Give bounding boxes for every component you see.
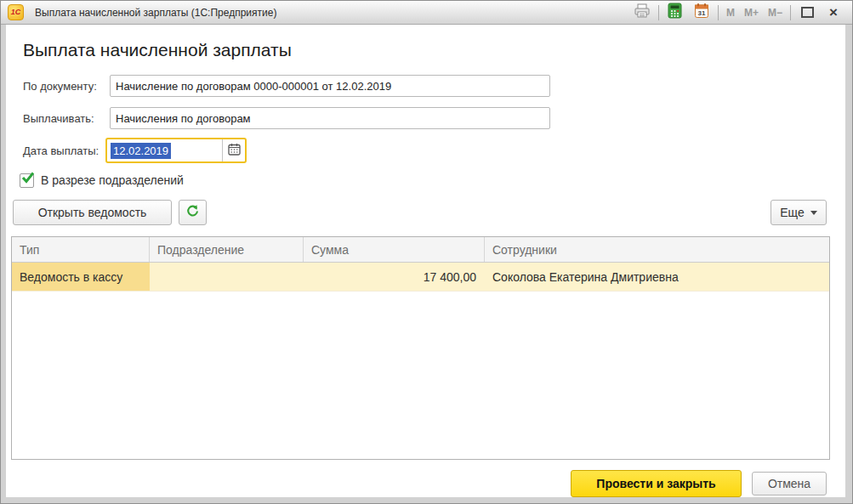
cell-type[interactable]: Ведомость в кассу xyxy=(12,263,150,291)
form-body: Выплата начисленной зарплаты По документ… xyxy=(6,25,845,497)
maximize-icon xyxy=(801,7,814,18)
refresh-button[interactable] xyxy=(179,200,207,225)
more-button-label: Еще xyxy=(780,206,805,219)
close-icon: × xyxy=(829,5,838,20)
print-button[interactable] xyxy=(632,3,652,22)
window-title: Выплата начисленной зарплаты (1С:Предпри… xyxy=(35,7,276,19)
departments-checkbox-label: В разрезе подразделений xyxy=(41,173,184,187)
column-header-type[interactable]: Тип xyxy=(12,237,150,262)
document-row: По документу: xyxy=(6,75,845,97)
date-label: Дата выплаты: xyxy=(23,144,99,157)
memory-plus-button[interactable]: M+ xyxy=(742,7,760,19)
document-input[interactable] xyxy=(110,75,550,97)
date-input[interactable]: 12.02.2019 xyxy=(105,138,247,163)
pay-input[interactable] xyxy=(110,107,550,129)
pay-row: Выплачивать: xyxy=(6,107,845,129)
calendar-icon xyxy=(228,143,241,159)
title-bar: 1С Выплата начисленной зарплаты (1С:Пред… xyxy=(1,1,852,25)
footer-actions: Провести и закрыть Отмена xyxy=(6,470,845,497)
cell-department[interactable] xyxy=(150,263,304,291)
open-sheet-button[interactable]: Открыть ведомость xyxy=(13,200,172,225)
close-button[interactable]: × xyxy=(823,3,844,22)
table-row[interactable]: Ведомость в кассу 17 400,00 Соколова Ека… xyxy=(12,263,829,292)
svg-text:31: 31 xyxy=(698,9,706,17)
checkmark-icon xyxy=(20,171,37,185)
chevron-down-icon xyxy=(810,211,817,215)
1c-logo-icon: 1С xyxy=(8,4,24,20)
date-selected-text: 12.02.2019 xyxy=(111,143,171,159)
page-title: Выплата начисленной зарплаты xyxy=(23,40,292,60)
column-header-sum[interactable]: Сумма xyxy=(304,237,485,262)
table-header-row: Тип Подразделение Сумма Сотрудники xyxy=(12,237,829,263)
departments-checkbox-row: В разрезе подразделений xyxy=(20,172,184,189)
titlebar-separator xyxy=(658,5,659,20)
titlebar-controls: 31 M M+ M− × xyxy=(632,3,852,22)
memory-recall-button[interactable]: M xyxy=(725,7,736,19)
calendar-button-titlebar[interactable]: 31 xyxy=(691,3,712,22)
app-window: 1С Выплата начисленной зарплаты (1С:Пред… xyxy=(0,0,853,504)
cell-employees[interactable]: Соколова Екатерина Дмитриевна xyxy=(485,263,829,291)
column-header-department[interactable]: Подразделение xyxy=(150,237,304,262)
memory-minus-button[interactable]: M− xyxy=(766,7,784,19)
more-button[interactable]: Еще xyxy=(771,200,827,225)
pay-label: Выплачивать: xyxy=(23,112,94,125)
printer-icon xyxy=(634,3,651,22)
calendar-31-icon: 31 xyxy=(694,3,709,22)
cancel-button[interactable]: Отмена xyxy=(752,472,827,496)
calculator-button[interactable] xyxy=(665,3,685,22)
titlebar-separator xyxy=(718,5,719,20)
document-label: По документу: xyxy=(23,80,97,93)
refresh-icon xyxy=(185,204,200,221)
column-header-employees[interactable]: Сотрудники xyxy=(485,237,829,262)
departments-checkbox[interactable] xyxy=(20,173,34,188)
post-and-close-button[interactable]: Провести и закрыть xyxy=(571,470,742,497)
date-row: Дата выплаты: 12.02.2019 xyxy=(6,138,845,163)
cell-sum[interactable]: 17 400,00 xyxy=(304,263,485,291)
date-picker-button[interactable] xyxy=(222,139,245,161)
titlebar-separator xyxy=(790,5,791,20)
calculator-icon xyxy=(668,3,682,22)
maximize-button[interactable] xyxy=(797,3,817,22)
payments-table: Тип Подразделение Сумма Сотрудники Ведом… xyxy=(11,236,830,460)
